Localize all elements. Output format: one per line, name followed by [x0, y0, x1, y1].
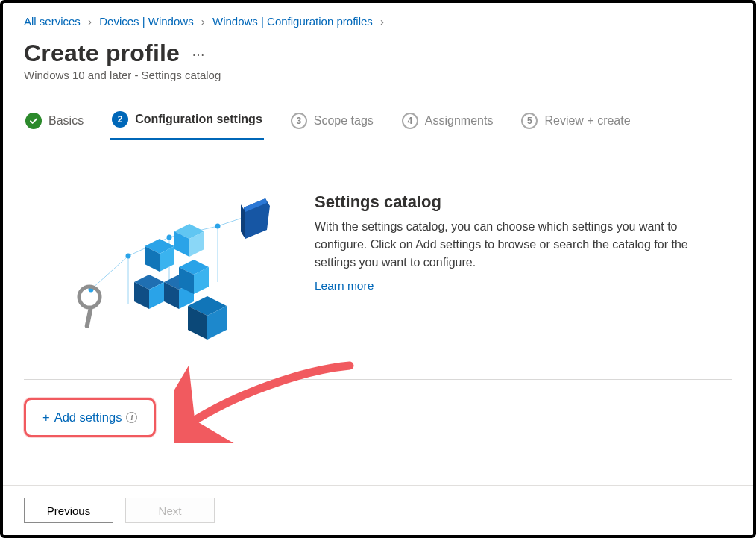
breadcrumb: All services › Devices | Windows › Windo… [24, 12, 732, 35]
hero-body: With the settings catalog, you can choos… [315, 218, 717, 272]
add-settings-label: Add settings [54, 410, 122, 425]
step-label: Review + create [544, 114, 630, 128]
svg-rect-5 [84, 307, 93, 329]
hero-heading: Settings catalog [315, 193, 717, 212]
svg-point-2 [167, 235, 172, 240]
step-assignments[interactable]: 4 Assignments [400, 108, 495, 140]
step-basics[interactable]: Basics [24, 108, 85, 140]
svg-point-3 [215, 224, 221, 229]
step-number-icon: 4 [402, 113, 418, 129]
learn-more-link[interactable]: Learn more [315, 279, 374, 292]
breadcrumb-link-all-services[interactable]: All services [24, 15, 81, 28]
wizard-steps: Basics 2 Configuration settings 3 Scope … [24, 107, 732, 140]
divider [24, 379, 732, 380]
previous-button[interactable]: Previous [24, 498, 113, 523]
more-actions-button[interactable]: … [192, 44, 207, 60]
breadcrumb-link-config-profiles[interactable]: Windows | Configuration profiles [212, 15, 373, 28]
settings-catalog-illustration [76, 193, 285, 342]
step-configuration-settings[interactable]: 2 Configuration settings [110, 107, 264, 140]
footer-bar: Previous Next [3, 485, 753, 535]
svg-point-1 [126, 254, 131, 259]
step-number-icon: 3 [291, 113, 307, 129]
chevron-right-icon: › [201, 15, 205, 28]
chevron-right-icon: › [88, 15, 92, 28]
add-settings-button[interactable]: + Add settings i [24, 398, 156, 437]
info-icon: i [126, 412, 137, 423]
breadcrumb-link-devices-windows[interactable]: Devices | Windows [99, 15, 193, 28]
step-label: Assignments [425, 114, 494, 128]
check-icon [25, 113, 42, 129]
step-number-icon: 5 [521, 113, 538, 129]
step-review-create[interactable]: 5 Review + create [520, 108, 631, 140]
step-number-icon: 2 [112, 111, 128, 128]
step-label: Configuration settings [135, 113, 262, 126]
page-subtitle: Windows 10 and later - Settings catalog [24, 69, 732, 81]
page-title: Create profile [24, 40, 180, 67]
step-scope-tags[interactable]: 3 Scope tags [289, 108, 375, 140]
next-button: Next [125, 498, 215, 523]
step-label: Basics [48, 114, 84, 128]
plus-icon: + [42, 410, 50, 425]
step-label: Scope tags [314, 114, 374, 128]
chevron-right-icon: › [380, 15, 384, 28]
